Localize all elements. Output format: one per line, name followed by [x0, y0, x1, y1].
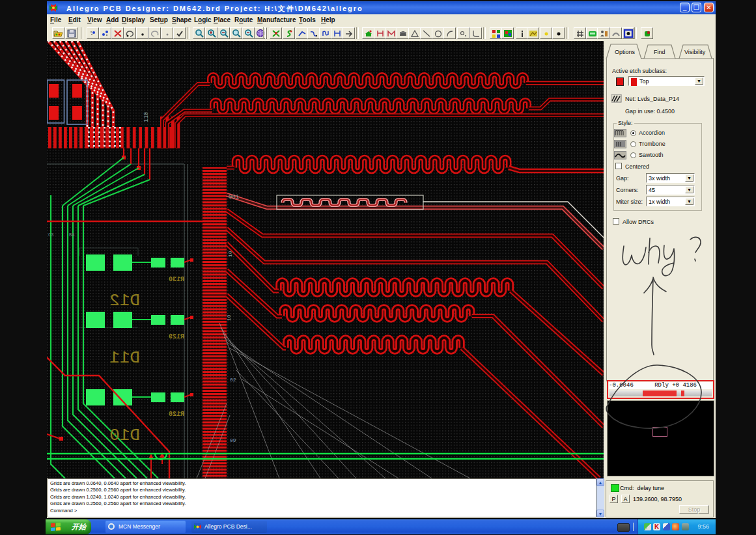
svg-text:R130: R130 [169, 276, 184, 283]
svg-text:D10: D10 [109, 426, 140, 445]
svg-text:09: 09 [230, 437, 236, 443]
svg-text:R129: R129 [169, 333, 184, 340]
svg-text:10: 10 [226, 314, 232, 321]
svg-text:001: 001 [229, 194, 239, 200]
svg-text:Options: Options [615, 49, 636, 55]
svg-text:10: 10 [227, 251, 233, 257]
svg-text:C3: C3 [48, 232, 53, 238]
svg-text:Visibility: Visibility [684, 49, 706, 55]
svg-text:110: 110 [143, 112, 150, 122]
svg-text:B8: B8 [69, 232, 74, 238]
svg-text:R128: R128 [169, 411, 184, 418]
svg-text:02: 02 [230, 377, 236, 383]
svg-text:D12: D12 [109, 291, 140, 310]
svg-text:D11: D11 [109, 348, 140, 368]
svg-text:Find: Find [654, 49, 665, 55]
